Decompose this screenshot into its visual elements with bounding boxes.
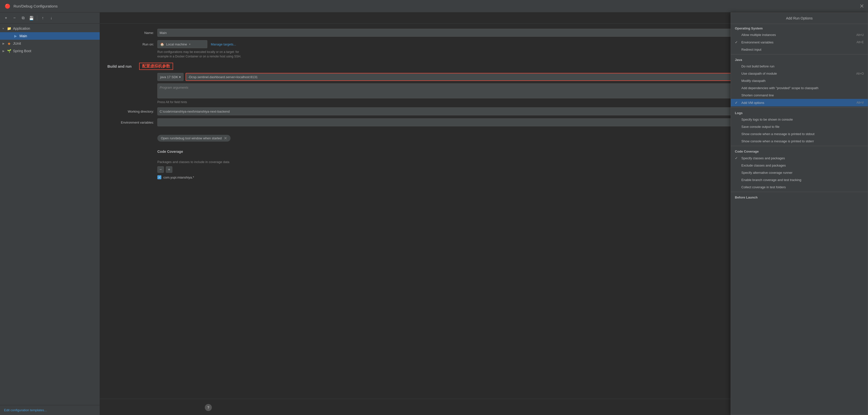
local-machine-label: Local machine [166,42,187,46]
main-layout: + − ⧉ 💾 ↑ ↓ ▾ 📁 Application ▶ Main [0,12,868,415]
add-vm-options-label: Add VM options [741,101,855,105]
dropdown-panel-title: Add Run Options [731,13,868,24]
title-bar: 🔴 Run/Debug Configurations ✕ [0,0,868,12]
spring-boot-label: Spring Boot [13,49,31,53]
check-vm-options: ✓ [735,101,739,105]
config-icon: ▶ [13,33,18,38]
dialog-title: Run/Debug Configurations [13,4,58,8]
use-classpath-label: Use classpath of module [741,72,854,75]
before-launch-section-header: Before Launch [731,193,868,200]
application-label: Application [13,27,30,30]
open-debug-label: Open run/debug tool window when started [161,136,222,140]
allow-multiple-label: Allow multiple instances [741,33,854,37]
shorten-cmdline-label: Shorten command line [741,93,862,97]
redirect-input-label: Redirect input [741,48,862,52]
modify-classpath-label: Modify classpath [741,79,862,83]
junit-icon: ◆ [6,41,11,46]
expand-arrow-junit: ▶ [2,42,6,45]
main-label: Main [20,34,27,38]
menu-item-env-vars[interactable]: ✓ Environment variables Alt+E [731,38,868,46]
os-section-header: Operating System [731,24,868,31]
java-section-header: Java [731,56,868,63]
run-on-dropdown[interactable]: 🏠 Local machine ▾ [157,40,207,48]
add-run-options-panel: Add Run Options Operating System Allow m… [731,12,868,415]
move-down-button[interactable]: ↓ [48,14,55,22]
menu-item-exclude-classes[interactable]: Exclude classes and packages [731,162,868,169]
alt-coverage-label: Specify alternative coverage runner [741,171,862,174]
run-on-icon: 🏠 [160,42,164,46]
chip-close-button[interactable]: ✕ [224,136,227,140]
show-console-stdout-label: Show console when a message is printed t… [741,132,862,136]
menu-item-use-classpath[interactable]: Use classpath of module Alt+O [731,70,868,77]
tree-spring-boot-item[interactable]: ▶ 🌱 Spring Boot [0,47,100,55]
remove-config-button[interactable]: − [11,14,18,22]
left-bottom: Edit configuration templates... [0,405,100,415]
check-mark-env: ✓ [735,40,739,44]
specify-classes-label: Specify classes and packages [741,156,862,160]
menu-item-alt-coverage[interactable]: Specify alternative coverage runner [731,169,868,176]
branch-coverage-label: Enable branch coverage and test tracking [741,178,862,182]
menu-item-modify-classpath[interactable]: Modify classpath [731,77,868,85]
run-on-label: Run on: [107,42,157,46]
logs-section-header: Logs [731,108,868,116]
tree-main-item[interactable]: ▶ Main [0,32,100,40]
config-tree: ▾ 📁 Application ▶ Main ▶ ◆ JUnit ▶ 🌱 Spr… [0,24,100,405]
toolbar: + − ⧉ 💾 ↑ ↓ [0,12,100,24]
menu-item-shorten-cmdline[interactable]: Shorten command line [731,92,868,99]
program-args-placeholder: Program arguments [160,86,188,89]
dropdown-arrow-icon: ▾ [189,43,191,46]
app-icon: 🔴 [4,3,11,10]
coverage-section-header-dropdown: Code Coverage [731,147,868,154]
sdk-value: java 17 SDK ▾ [160,75,181,79]
menu-item-add-deps[interactable]: Add dependencies with "provided" scope t… [731,85,868,92]
check-specify-classes: ✓ [735,156,739,160]
sdk-dropdown[interactable]: java 17 SDK ▾ [157,73,184,81]
save-console-label: Save console output to file [741,125,862,129]
save-config-button[interactable]: 💾 [28,14,35,22]
menu-item-redirect-input[interactable]: Redirect input [731,46,868,53]
junit-label: JUnit [13,41,21,45]
vm-options-input[interactable] [186,73,825,81]
no-build-label: Do not build before run [741,64,862,68]
tree-junit-item[interactable]: ▶ ◆ JUnit [0,40,100,47]
move-up-button[interactable]: ↑ [39,14,46,22]
add-coverage-button[interactable]: + [166,166,172,173]
menu-item-show-console-stdout[interactable]: Show console when a message is printed t… [731,130,868,137]
separator-1 [731,54,868,55]
manage-targets-link[interactable]: Manage targets... [211,42,236,46]
menu-item-specify-logs[interactable]: Specify logs to be shown in console [731,116,868,123]
menu-item-add-vm-options[interactable]: ✓ Add VM options Alt+V [731,99,868,106]
separator-4 [731,192,868,192]
show-console-stderr-label: Show console when a message is printed t… [741,139,862,143]
close-button[interactable]: ✕ [860,3,864,9]
menu-item-save-console[interactable]: Save console output to file [731,123,868,130]
test-folders-label: Collect coverage in test folders [741,185,862,189]
copy-config-button[interactable]: ⧉ [20,14,27,22]
edit-templates-link[interactable]: Edit configuration templates... [4,408,47,412]
chinese-annotation-label: 配置虚拟机参数 [139,63,173,70]
exclude-classes-label: Exclude classes and packages [741,164,862,167]
use-classpath-shortcut: Alt+O [856,72,864,75]
left-panel: + − ⧉ 💾 ↑ ↓ ▾ 📁 Application ▶ Main [0,12,100,415]
menu-item-no-build[interactable]: Do not build before run [731,63,868,70]
menu-item-show-console-stderr[interactable]: Show console when a message is printed t… [731,137,868,145]
menu-item-test-folders[interactable]: Collect coverage in test folders [731,184,868,191]
coverage-item-label: com.yupi.mianshiya.* [163,175,194,179]
remove-coverage-button[interactable]: − [157,166,164,173]
add-vm-options-shortcut: Alt+V [857,101,864,104]
allow-multiple-shortcut: Alt+U [856,33,864,37]
folder-icon: 📁 [6,26,11,31]
menu-item-specify-classes[interactable]: ✓ Specify classes and packages [731,154,868,162]
name-label: Name: [107,31,157,35]
build-run-title: Build and run [107,64,132,68]
help-button[interactable]: ? [205,404,212,411]
tree-application-folder[interactable]: ▾ 📁 Application [0,25,100,32]
separator-3 [731,146,868,146]
env-vars-menu-label: Environment variables [741,40,855,44]
menu-item-branch-coverage[interactable]: Enable branch coverage and test tracking [731,176,868,184]
expand-arrow: ▾ [2,27,6,30]
menu-item-allow-multiple[interactable]: Allow multiple instances Alt+U [731,31,868,38]
config-panel: Store as project file ⚙ Name: Run on: 🏠 … [100,12,868,415]
add-config-button[interactable]: + [2,14,9,22]
coverage-checkbox[interactable]: ✓ [157,175,161,179]
